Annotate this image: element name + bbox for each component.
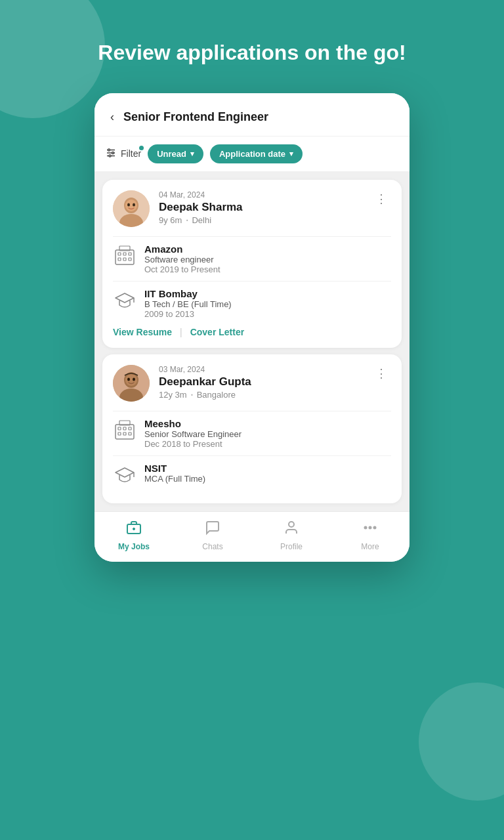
my-jobs-icon bbox=[126, 520, 142, 539]
nav-item-profile[interactable]: Profile bbox=[268, 520, 314, 551]
education-icon bbox=[113, 288, 136, 312]
svg-rect-30 bbox=[129, 427, 131, 430]
svg-point-3 bbox=[108, 149, 110, 151]
degree-2: MCA (Full Time) bbox=[144, 474, 205, 484]
filter-bar: Filter Unread ▾ Application date ▾ bbox=[94, 136, 410, 172]
card-links-1: View Resume | Cover Letter bbox=[113, 327, 391, 337]
more-options-button-1[interactable]: ⋮ bbox=[371, 190, 391, 207]
location-1: Delhi bbox=[192, 215, 211, 225]
back-button[interactable]: ‹ bbox=[108, 108, 117, 127]
unread-filter-button[interactable]: Unread ▾ bbox=[148, 144, 203, 163]
cover-letter-link-1[interactable]: Cover Letter bbox=[190, 327, 244, 337]
hero-title: Review applications on the go! bbox=[72, 39, 432, 67]
location-2: Bangalore bbox=[197, 390, 236, 400]
my-jobs-label: My Jobs bbox=[118, 542, 150, 551]
svg-point-24 bbox=[125, 374, 137, 386]
filter-button[interactable]: Filter bbox=[105, 147, 141, 161]
experience-item-1: Amazon Software engineer Oct 2019 to Pre… bbox=[113, 243, 391, 274]
svg-rect-29 bbox=[123, 427, 126, 430]
svg-rect-12 bbox=[116, 250, 134, 264]
education-info-1: IIT Bombay B Tech / BE (Full Time) 2009 … bbox=[144, 288, 232, 319]
filter-icon bbox=[105, 147, 117, 161]
nav-item-chats[interactable]: Chats bbox=[190, 520, 236, 551]
svg-rect-32 bbox=[123, 432, 126, 435]
company-icon bbox=[113, 243, 136, 267]
nav-item-more[interactable]: More bbox=[347, 520, 393, 551]
more-icon bbox=[362, 520, 378, 539]
avatar bbox=[113, 190, 150, 227]
card-header-1: 04 Mar, 2024 Deepak Sharma 9y 6m ● Delhi… bbox=[113, 190, 391, 227]
job-period-2: Dec 2018 to Present bbox=[144, 439, 242, 449]
divider-2 bbox=[113, 281, 391, 282]
chevron-down-icon-2: ▾ bbox=[289, 150, 293, 158]
svg-rect-13 bbox=[118, 253, 121, 255]
nav-item-my-jobs[interactable]: My Jobs bbox=[111, 520, 157, 551]
job-role-2: Senior Software Engineer bbox=[144, 429, 242, 439]
bottom-nav: My Jobs Chats Profile bbox=[94, 511, 410, 562]
svg-point-25 bbox=[127, 377, 130, 381]
svg-point-9 bbox=[125, 200, 137, 211]
applicant-name-2: Deepankar Gupta bbox=[159, 375, 362, 388]
unread-label: Unread bbox=[157, 149, 186, 159]
institute-name-1: IIT Bombay bbox=[144, 288, 232, 299]
application-date-filter-button[interactable]: Application date ▾ bbox=[210, 144, 303, 163]
company-info-1: Amazon Software engineer Oct 2019 to Pre… bbox=[144, 243, 220, 274]
svg-rect-15 bbox=[129, 253, 131, 255]
education-info-2: NSIT MCA (Full Time) bbox=[144, 463, 205, 484]
applicants-list: 04 Mar, 2024 Deepak Sharma 9y 6m ● Delhi… bbox=[94, 172, 410, 511]
svg-rect-28 bbox=[118, 427, 121, 430]
separator: ● bbox=[186, 218, 188, 222]
svg-point-40 bbox=[365, 526, 367, 528]
chats-label: Chats bbox=[202, 542, 222, 551]
card-info-1: 04 Mar, 2024 Deepak Sharma 9y 6m ● Delhi bbox=[159, 190, 362, 225]
svg-point-11 bbox=[133, 203, 135, 206]
experience-item-2: Meesho Senior Software Engineer Dec 2018… bbox=[113, 418, 391, 449]
card-info-2: 03 Mar, 2024 Deepankar Gupta 12y 3m ● Ba… bbox=[159, 365, 362, 400]
svg-point-41 bbox=[369, 526, 371, 528]
job-period-1: Oct 2019 to Present bbox=[144, 264, 220, 274]
svg-rect-14 bbox=[123, 253, 126, 255]
education-item-2: NSIT MCA (Full Time) bbox=[113, 463, 391, 486]
svg-rect-18 bbox=[129, 258, 131, 261]
svg-rect-27 bbox=[116, 425, 134, 439]
company-name-1: Amazon bbox=[144, 243, 220, 255]
decorative-blob-bottom bbox=[419, 682, 504, 801]
link-separator: | bbox=[180, 327, 182, 337]
app-header: ‹ Senior Frontend Engineer bbox=[94, 93, 410, 136]
svg-rect-33 bbox=[129, 432, 131, 435]
application-date-1: 04 Mar, 2024 bbox=[159, 190, 362, 200]
card-header-2: 03 Mar, 2024 Deepankar Gupta 12y 3m ● Ba… bbox=[113, 365, 391, 402]
profile-icon bbox=[284, 520, 299, 539]
filter-active-dot bbox=[139, 146, 144, 150]
more-label: More bbox=[361, 542, 379, 551]
application-date-2: 03 Mar, 2024 bbox=[159, 365, 362, 374]
svg-rect-16 bbox=[118, 258, 121, 261]
divider bbox=[113, 236, 391, 237]
job-role-1: Software engineer bbox=[144, 255, 220, 264]
svg-point-39 bbox=[289, 522, 294, 527]
applicant-card-2: 03 Mar, 2024 Deepankar Gupta 12y 3m ● Ba… bbox=[102, 354, 402, 503]
institute-name-2: NSIT bbox=[144, 463, 205, 474]
card-meta-2: 12y 3m ● Bangalore bbox=[159, 390, 362, 400]
degree-1: B Tech / BE (Full Time) bbox=[144, 299, 232, 309]
view-resume-link-1[interactable]: View Resume bbox=[113, 327, 172, 337]
application-date-label: Application date bbox=[219, 149, 285, 159]
page-title: Senior Frontend Engineer bbox=[123, 110, 268, 124]
company-info-2: Meesho Senior Software Engineer Dec 2018… bbox=[144, 418, 242, 449]
company-icon-2 bbox=[113, 418, 136, 442]
svg-point-42 bbox=[374, 526, 376, 528]
chevron-down-icon: ▾ bbox=[190, 150, 194, 158]
company-name-2: Meesho bbox=[144, 418, 242, 429]
svg-point-10 bbox=[127, 203, 130, 206]
phone-card: ‹ Senior Frontend Engineer Filter Unread… bbox=[94, 93, 410, 562]
svg-point-26 bbox=[133, 377, 135, 381]
applicant-name-1: Deepak Sharma bbox=[159, 201, 362, 214]
experience-years-1: 9y 6m bbox=[159, 215, 182, 225]
svg-rect-17 bbox=[123, 258, 126, 261]
experience-years-2: 12y 3m bbox=[159, 390, 187, 400]
applicant-card: 04 Mar, 2024 Deepak Sharma 9y 6m ● Delhi… bbox=[102, 180, 402, 348]
more-options-button-2[interactable]: ⋮ bbox=[371, 365, 391, 382]
profile-label: Profile bbox=[280, 542, 303, 551]
separator-2: ● bbox=[191, 392, 193, 396]
edu-years-1: 2009 to 2013 bbox=[144, 309, 232, 319]
